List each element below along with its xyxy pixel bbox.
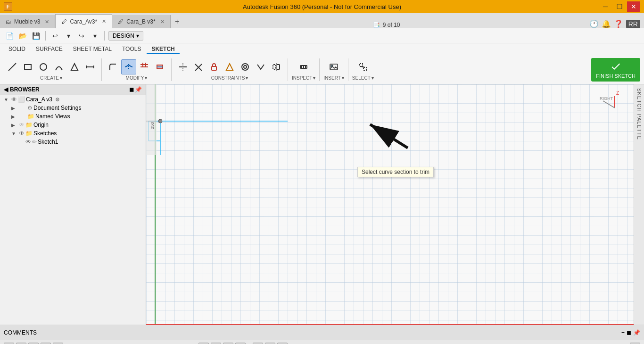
display-mode-button[interactable]: ⬜ <box>253 343 263 344</box>
new-button[interactable]: 📄 <box>4 30 15 41</box>
rectangle-tool[interactable] <box>20 59 35 74</box>
fit-button[interactable]: ⊡ <box>235 343 246 344</box>
inspect-dropdown-icon: ▾ <box>313 75 315 81</box>
design-workspace-button[interactable]: DESIGN ▾ <box>108 31 143 41</box>
finish-sketch-button[interactable]: FINISH SKETCH <box>591 58 640 82</box>
browser-expand-icon[interactable]: ◼ <box>129 86 134 93</box>
tab-add-button[interactable]: + <box>171 15 184 28</box>
browser-item-sketches[interactable]: ▼ 👁 📁 Sketches <box>0 129 146 138</box>
sketch-icon: ✏ <box>32 139 37 145</box>
redo-dropdown[interactable]: ▾ <box>89 30 100 41</box>
tab-close-mueble[interactable]: ✕ <box>45 19 49 25</box>
break-tool[interactable] <box>137 59 152 74</box>
eye-sketch1[interactable]: 👁 <box>25 139 31 145</box>
cara-a-v3-settings-icon[interactable]: ⚙ <box>55 97 60 103</box>
folder-icon-origin: 📁 <box>25 122 33 128</box>
collapse-sketches[interactable]: ▼ <box>11 131 18 136</box>
dimension-tool[interactable] <box>83 59 98 74</box>
tab-close-cara-av3[interactable]: ✕ <box>102 18 106 25</box>
comments-add-button[interactable]: + <box>621 329 625 336</box>
polygon-tool[interactable] <box>67 59 82 74</box>
coincident-tool[interactable] <box>175 59 190 74</box>
tab-mueble[interactable]: 🗂 Mueble v3 ✕ <box>0 15 55 28</box>
arc-tool[interactable] <box>51 59 66 74</box>
browser-item-named-views[interactable]: ▶ 📁 Named Views <box>0 112 146 121</box>
help-icon: ❓ <box>614 19 623 28</box>
svg-text:RIGHT: RIGHT <box>600 96 613 101</box>
grid-button[interactable]: # <box>265 343 275 344</box>
sketch-palette-label[interactable]: SKETCH PALETTE <box>635 86 644 142</box>
close-button[interactable]: ✕ <box>627 1 640 12</box>
save-button[interactable]: 💾 <box>30 30 41 41</box>
trim-tool[interactable] <box>121 59 136 74</box>
browser-item-origin[interactable]: ▶ 👁 📁 Origin <box>0 121 146 129</box>
undo-dropdown[interactable]: ▾ <box>63 30 74 41</box>
toolbar-icons: CREATE ▾ <box>0 56 644 84</box>
nav-next-button[interactable]: ▶▶ <box>41 343 51 344</box>
browser-item-sketch1[interactable]: ▶ 👁 ✏ Sketch1 <box>0 138 146 146</box>
nav-last-button[interactable]: ⏭ <box>53 343 63 344</box>
concentric-tool[interactable] <box>238 59 253 74</box>
browser-item-doc-settings[interactable]: ▶ ⚙ Document Settings <box>0 104 146 112</box>
tab-cara-av3[interactable]: 🖊 Cara_Av3* ✕ <box>55 14 112 28</box>
fillet-tool[interactable] <box>106 59 121 74</box>
nav-play-button[interactable]: ▶ <box>28 343 39 344</box>
nav-first-button[interactable]: ⏮ <box>4 343 14 344</box>
orbit-button[interactable]: ↺ <box>198 343 209 344</box>
nav-prev-button[interactable]: ◀ <box>16 343 26 344</box>
collapse-named-views[interactable]: ▶ <box>11 114 18 119</box>
symmetric-tool[interactable] <box>253 59 268 74</box>
sep2 <box>104 31 105 41</box>
measure-tool[interactable] <box>296 59 311 74</box>
redo-button[interactable]: ↪ <box>76 30 87 41</box>
canvas-area[interactable]: 250 125 -12 450.00 240.00 Select curve s… <box>146 84 634 325</box>
settings-button[interactable]: ⚙ <box>630 343 640 344</box>
minimize-button[interactable]: ─ <box>599 1 612 12</box>
equal-tool[interactable] <box>222 59 237 74</box>
tab-sheet-metal[interactable]: SHEET METAL <box>68 45 116 54</box>
gear-icon-doc: ⚙ <box>27 105 33 111</box>
extend-tool[interactable] <box>152 59 167 74</box>
eye-sketches[interactable]: 👁 <box>19 130 25 137</box>
comments-expand-button[interactable]: ◼ <box>627 329 631 336</box>
tab-surface[interactable]: SURFACE <box>31 45 67 54</box>
tab-icon-active: 🖊 <box>61 18 67 25</box>
insert-image-tool[interactable] <box>326 59 341 74</box>
browser-collapse-icon[interactable]: ◀ <box>4 86 8 93</box>
group-sep-3 <box>288 58 288 81</box>
browser-item-cara-a-v3[interactable]: ▼ 👁 ⬜ Cara_A v3 ⚙ <box>0 95 146 104</box>
zoom-button[interactable]: 🔎 <box>223 343 233 344</box>
open-button[interactable]: 📂 <box>17 30 28 41</box>
tab-tools[interactable]: TOOLS <box>117 45 146 54</box>
user-avatar: RR <box>626 20 640 28</box>
lock-tool[interactable] <box>206 59 222 74</box>
undo-button[interactable]: ↩ <box>50 30 61 41</box>
restore-button[interactable]: ❒ <box>613 1 626 12</box>
tab-solid[interactable]: SOLID <box>4 45 30 54</box>
mirror-tool[interactable] <box>269 59 284 74</box>
tab-close-cara-bv3[interactable]: ✕ <box>160 19 165 25</box>
tab-cara-bv3[interactable]: 🖊 Cara_B v3* ✕ <box>112 15 170 28</box>
pan-button[interactable]: ✋ <box>211 343 221 344</box>
view-options-button[interactable]: ⊞ <box>277 343 288 344</box>
constraints-dropdown-icon: ▾ <box>246 75 248 81</box>
svg-line-78 <box>603 101 615 108</box>
collapse-doc-settings[interactable]: ▶ <box>11 106 18 111</box>
tab-bar: 🗂 Mueble v3 ✕ 🖊 Cara_Av3* ✕ 🖊 Cara_B v3*… <box>0 13 644 28</box>
comments-pin-button[interactable]: 📌 <box>633 329 640 336</box>
perpendicular-tool[interactable] <box>191 59 206 74</box>
eye-cara-a-v3[interactable]: 👁 <box>11 96 17 103</box>
collapse-origin[interactable]: ▶ <box>11 123 18 128</box>
inspect-label: INSPECT ▾ <box>292 75 315 81</box>
svg-line-0 <box>8 63 16 71</box>
line-tool[interactable] <box>5 59 20 74</box>
browser-pin-icon[interactable]: 📌 <box>135 86 142 93</box>
collapse-cara-a-v3[interactable]: ▼ <box>4 97 10 102</box>
main-area: ◀ BROWSER ◼ 📌 ▼ 👁 ⬜ Cara_A v3 ⚙ ▶ ⚙ Docu… <box>0 84 644 325</box>
circle-tool[interactable] <box>36 59 51 74</box>
select-label: SELECT ▾ <box>352 75 374 81</box>
select-tool[interactable] <box>355 59 371 74</box>
tab-sketch[interactable]: SKETCH <box>147 45 179 54</box>
bell-icon: 🔔 <box>602 19 611 28</box>
eye-origin[interactable]: 👁 <box>19 122 25 128</box>
